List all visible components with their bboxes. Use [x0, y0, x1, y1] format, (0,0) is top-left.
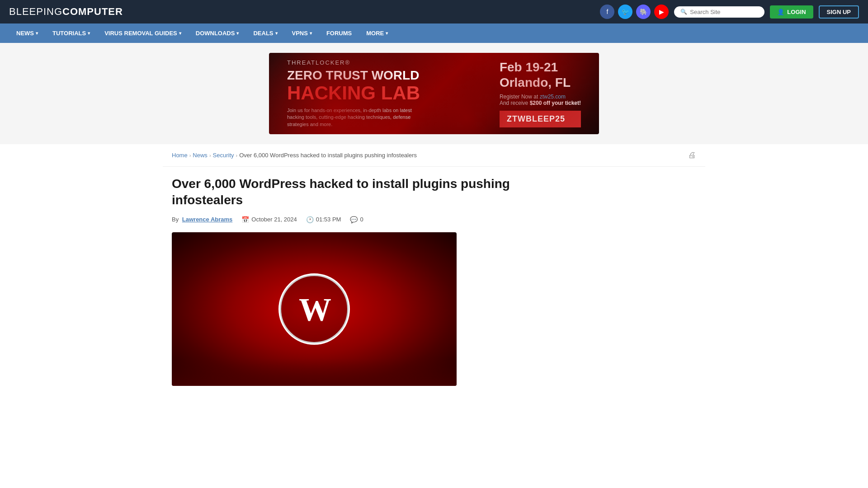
- logo-bold: COMPUTER: [62, 6, 123, 17]
- ad-banner-section: THREATLOCKER® ZERO TRUST WORLD HACKING L…: [0, 43, 868, 144]
- nav-label-news: NEWS: [16, 30, 34, 37]
- nav-label-forums: FORUMS: [326, 30, 352, 37]
- breadcrumb-news[interactable]: News: [193, 152, 208, 159]
- breadcrumb-current: Over 6,000 WordPress hacked to install p…: [239, 152, 417, 159]
- signup-button[interactable]: SIGN UP: [819, 5, 859, 19]
- logo-light: BLEEPING: [9, 6, 62, 17]
- search-icon: 🔍: [680, 9, 687, 15]
- wordpress-logo: W: [278, 273, 350, 345]
- breadcrumb-security[interactable]: Security: [213, 152, 234, 159]
- nav-item-vpns[interactable]: VPNS ▾: [285, 23, 319, 43]
- chevron-down-icon: ▾: [88, 31, 90, 36]
- nav-item-news[interactable]: NEWS ▾: [9, 23, 45, 43]
- login-button[interactable]: 👤 LOGIN: [770, 5, 813, 19]
- nav-label-virus: VIRUS REMOVAL GUIDES: [104, 30, 177, 37]
- chevron-down-icon: ▾: [236, 31, 239, 36]
- main-nav: NEWS ▾ TUTORIALS ▾ VIRUS REMOVAL GUIDES …: [0, 23, 868, 43]
- chevron-down-icon: ▾: [179, 31, 181, 36]
- main-content: Over 6,000 WordPress hacked to install p…: [172, 176, 547, 386]
- article-date-item: 📅 October 21, 2024: [241, 216, 297, 223]
- content-layout: Over 6,000 WordPress hacked to install p…: [172, 176, 696, 386]
- nav-item-deals[interactable]: DEALS ▾: [246, 23, 284, 43]
- article-by-label: By Lawrence Abrams: [172, 216, 232, 223]
- article-time: 01:53 PM: [316, 216, 341, 223]
- site-header: BLEEPINGCOMPUTER f 🐦 🐘 ▶ 🔍 👤 LOGIN SIGN …: [0, 0, 868, 23]
- breadcrumb-sep-3: ›: [236, 153, 238, 158]
- nav-item-downloads[interactable]: DOWNLOADS ▾: [189, 23, 246, 43]
- comment-icon: 💬: [350, 216, 358, 223]
- login-label: LOGIN: [787, 9, 806, 15]
- nav-item-virus[interactable]: VIRUS REMOVAL GUIDES ▾: [97, 23, 189, 43]
- mastodon-icon[interactable]: 🐘: [636, 5, 651, 19]
- social-icons-group: f 🐦 🐘 ▶: [600, 5, 669, 19]
- chevron-down-icon: ▾: [310, 31, 312, 36]
- user-icon: 👤: [777, 9, 784, 15]
- nav-label-downloads: DOWNLOADS: [196, 30, 235, 37]
- article-comments-item[interactable]: 💬 0: [350, 216, 363, 223]
- clock-icon: 🕐: [306, 216, 314, 223]
- article-section: Over 6,000 WordPress hacked to install p…: [163, 167, 705, 395]
- calendar-icon: 📅: [241, 216, 249, 223]
- youtube-icon[interactable]: ▶: [654, 5, 669, 19]
- nav-item-more[interactable]: MORE ▾: [359, 23, 395, 43]
- facebook-icon[interactable]: f: [600, 5, 614, 19]
- breadcrumb: Home › News › Security › Over 6,000 Word…: [172, 152, 417, 159]
- breadcrumb-home[interactable]: Home: [172, 152, 188, 159]
- svg-text:W: W: [299, 291, 331, 328]
- sidebar: [561, 176, 696, 386]
- chevron-down-icon: ▾: [386, 31, 388, 36]
- article-title: Over 6,000 WordPress hacked to install p…: [172, 176, 547, 209]
- article-date: October 21, 2024: [251, 216, 297, 223]
- chevron-down-icon: ▾: [36, 31, 38, 36]
- nav-label-vpns: VPNS: [292, 30, 308, 37]
- by-text: By: [172, 216, 179, 223]
- nav-label-deals: DEALS: [253, 30, 273, 37]
- nav-label-tutorials: TUTORIALS: [52, 30, 86, 37]
- breadcrumb-section: Home › News › Security › Over 6,000 Word…: [163, 144, 705, 167]
- article-author[interactable]: Lawrence Abrams: [182, 216, 233, 223]
- chevron-down-icon: ▾: [275, 31, 278, 36]
- search-input[interactable]: [690, 9, 758, 15]
- nav-item-tutorials[interactable]: TUTORIALS ▾: [45, 23, 97, 43]
- header-right: f 🐦 🐘 ▶ 🔍 👤 LOGIN SIGN UP: [600, 5, 859, 19]
- article-meta: By Lawrence Abrams 📅 October 21, 2024 🕐 …: [172, 216, 547, 223]
- twitter-icon[interactable]: 🐦: [618, 5, 632, 19]
- article-image: W: [172, 232, 457, 386]
- ad-banner[interactable]: THREATLOCKER® ZERO TRUST WORLD HACKING L…: [269, 53, 599, 134]
- print-icon[interactable]: 🖨: [688, 150, 696, 160]
- breadcrumb-sep-1: ›: [189, 153, 191, 158]
- nav-label-more: MORE: [366, 30, 384, 37]
- nav-item-forums[interactable]: FORUMS: [319, 23, 359, 43]
- breadcrumb-sep-2: ›: [209, 153, 211, 158]
- article-comments-count: 0: [360, 216, 363, 223]
- search-box: 🔍: [674, 6, 764, 18]
- article-time-item: 🕐 01:53 PM: [306, 216, 341, 223]
- site-logo[interactable]: BLEEPINGCOMPUTER: [9, 6, 123, 18]
